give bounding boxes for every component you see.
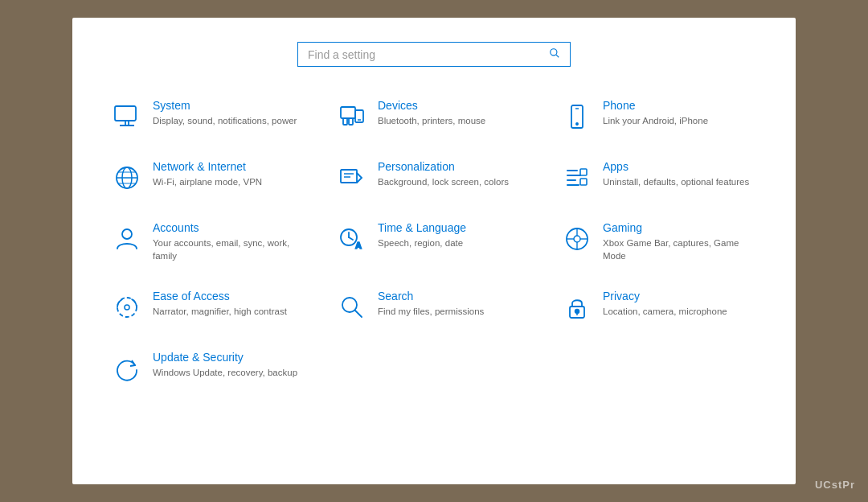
settings-item-ease[interactable]: Ease of Access Narrator, magnifier, high… xyxy=(104,280,313,333)
privacy-desc: Location, camera, microphone xyxy=(603,305,727,318)
system-text: System Display, sound, notifications, po… xyxy=(153,99,297,127)
ease-title: Ease of Access xyxy=(153,290,287,302)
svg-rect-26 xyxy=(580,169,587,175)
svg-point-0 xyxy=(551,49,557,56)
svg-text:A: A xyxy=(355,241,362,250)
update-title: Update & Security xyxy=(153,351,297,364)
time-text: Time & Language Speech, region, date xyxy=(378,221,466,249)
update-icon xyxy=(111,352,143,385)
devices-text: Devices Bluetooth, printers, mouse xyxy=(378,99,485,127)
devices-icon xyxy=(336,101,368,133)
time-title: Time & Language xyxy=(378,221,466,234)
svg-rect-7 xyxy=(343,118,347,125)
watermark: UCstPr xyxy=(815,479,855,491)
settings-item-system[interactable]: System Display, sound, notifications, po… xyxy=(104,89,313,142)
network-icon xyxy=(111,162,143,194)
system-icon xyxy=(111,101,143,133)
update-text: Update & Security Windows Update, recove… xyxy=(153,351,297,379)
personalization-title: Personalization xyxy=(378,160,509,173)
personalization-desc: Background, lock screen, colors xyxy=(378,175,509,188)
accounts-text: Accounts Your accounts, email, sync, wor… xyxy=(153,221,307,262)
time-icon: A xyxy=(336,223,368,255)
phone-text: Phone Link your Android, iPhone xyxy=(603,99,708,127)
devices-desc: Bluetooth, printers, mouse xyxy=(378,114,485,127)
update-desc: Windows Update, recovery, backup xyxy=(153,366,297,379)
search-icon xyxy=(549,47,560,61)
svg-line-1 xyxy=(556,55,559,57)
svg-line-42 xyxy=(355,311,362,318)
svg-rect-6 xyxy=(341,107,355,118)
apps-icon xyxy=(561,162,593,194)
phone-title: Phone xyxy=(603,99,708,112)
system-title: System xyxy=(153,99,297,112)
settings-item-personalization[interactable]: Personalization Background, lock screen,… xyxy=(330,150,538,204)
search-setting-icon xyxy=(336,291,368,323)
system-desc: Display, sound, notifications, power xyxy=(153,114,297,127)
settings-item-time[interactable]: A Time & Language Speech, region, date xyxy=(330,212,538,272)
search-desc: Find my files, permissions xyxy=(378,305,484,318)
search-title: Search xyxy=(378,290,484,302)
settings-item-devices[interactable]: Devices Bluetooth, printers, mouse xyxy=(330,89,538,142)
settings-window: System Display, sound, notifications, po… xyxy=(72,18,796,484)
network-desc: Wi-Fi, airplane mode, VPN xyxy=(153,175,262,188)
gaming-desc: Xbox Game Bar, captures, Game Mode xyxy=(603,237,757,262)
personalization-text: Personalization Background, lock screen,… xyxy=(378,160,509,188)
svg-rect-19 xyxy=(341,170,357,183)
gaming-title: Gaming xyxy=(603,221,757,234)
phone-desc: Link your Android, iPhone xyxy=(603,114,708,127)
search-text: Search Find my files, permissions xyxy=(378,290,484,318)
svg-line-31 xyxy=(349,237,353,240)
svg-rect-2 xyxy=(115,106,136,121)
ease-icon xyxy=(111,291,143,323)
settings-item-phone[interactable]: Phone Link your Android, iPhone xyxy=(555,89,764,142)
search-input[interactable] xyxy=(308,48,549,61)
privacy-title: Privacy xyxy=(603,290,727,302)
settings-item-update[interactable]: Update & Security Windows Update, recove… xyxy=(104,341,313,394)
settings-item-apps[interactable]: Apps Uninstall, defaults, optional featu… xyxy=(555,150,764,204)
settings-item-network[interactable]: Network & Internet Wi-Fi, airplane mode,… xyxy=(104,150,313,204)
svg-point-40 xyxy=(125,305,129,310)
personalization-icon xyxy=(336,162,368,194)
gaming-icon xyxy=(561,223,593,255)
accounts-icon xyxy=(111,223,143,255)
svg-point-28 xyxy=(122,229,132,239)
apps-title: Apps xyxy=(603,160,749,173)
phone-icon xyxy=(561,101,593,133)
settings-item-accounts[interactable]: Accounts Your accounts, email, sync, wor… xyxy=(104,212,313,272)
ease-desc: Narrator, magnifier, high contrast xyxy=(153,305,287,318)
svg-point-44 xyxy=(575,310,579,314)
apps-text: Apps Uninstall, defaults, optional featu… xyxy=(603,160,749,188)
accounts-desc: Your accounts, email, sync, work, family xyxy=(153,237,307,262)
svg-point-13 xyxy=(576,123,578,125)
ease-text: Ease of Access Narrator, magnifier, high… xyxy=(153,290,287,318)
privacy-text: Privacy Location, camera, microphone xyxy=(603,290,727,318)
svg-point-34 xyxy=(574,236,580,242)
time-desc: Speech, region, date xyxy=(378,237,466,249)
settings-item-gaming[interactable]: Gaming Xbox Game Bar, captures, Game Mod… xyxy=(555,212,764,272)
network-text: Network & Internet Wi-Fi, airplane mode,… xyxy=(153,160,262,188)
gaming-text: Gaming Xbox Game Bar, captures, Game Mod… xyxy=(603,221,757,262)
search-bar[interactable] xyxy=(297,42,571,67)
settings-item-search[interactable]: Search Find my files, permissions xyxy=(330,280,538,333)
svg-rect-8 xyxy=(349,118,353,125)
settings-grid: System Display, sound, notifications, po… xyxy=(104,89,764,394)
accounts-title: Accounts xyxy=(153,221,307,234)
svg-rect-27 xyxy=(580,179,587,185)
network-title: Network & Internet xyxy=(153,160,262,173)
apps-desc: Uninstall, defaults, optional features xyxy=(603,175,749,188)
devices-title: Devices xyxy=(378,99,485,112)
privacy-icon xyxy=(561,291,593,323)
settings-item-privacy[interactable]: Privacy Location, camera, microphone xyxy=(555,280,764,333)
